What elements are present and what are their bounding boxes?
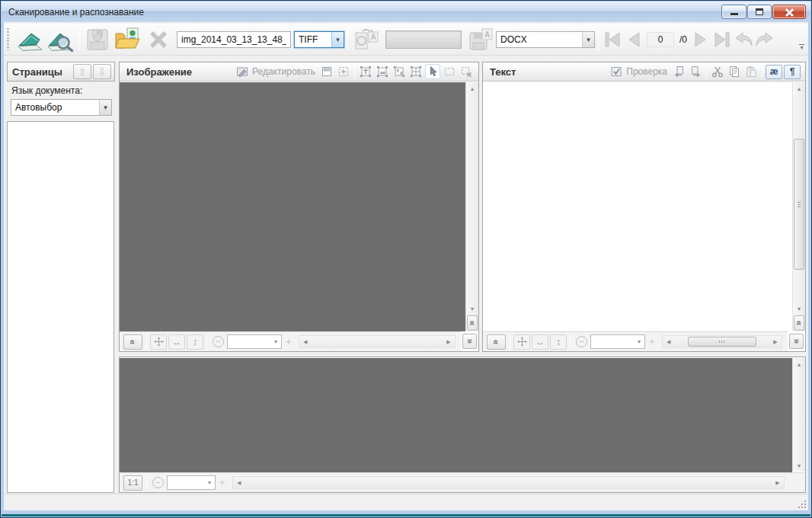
image-vertical-scrollbar[interactable]: ▲ ▼ « [465,82,478,331]
image-format-select[interactable]: TIFF ▾ [294,31,344,48]
image-collapse-button[interactable]: « [123,334,142,350]
scroll-down-button[interactable]: ▼ [466,302,478,315]
scroll-thumb[interactable] [688,337,756,347]
text-format-select[interactable]: DOCX ▾ [496,31,595,48]
check-button-label: Проверка [626,66,667,77]
actual-size-button: 1:1 [123,475,142,491]
save-text-icon: A [467,27,494,53]
delete-region-button [459,64,474,79]
open-image-button[interactable] [113,25,143,54]
preview-button[interactable] [45,25,75,54]
chevron-down-icon[interactable]: ▾ [331,32,344,47]
closeup-vertical-scrollbar[interactable]: ▲ ▼ [792,358,805,472]
scroll-thumb[interactable] [794,139,804,270]
table-region-icon [410,66,422,78]
undo-icon [733,30,754,49]
zoom-out-button: − [152,477,164,488]
image-expand-button[interactable]: « [462,334,477,349]
minimize-button[interactable] [721,5,746,19]
zoom-out-button: − [576,336,587,347]
scroll-left-button[interactable]: ◀ [233,477,245,488]
next-page-button [690,28,711,51]
redo-icon [754,30,775,49]
scan-button[interactable] [14,25,45,54]
chevron-down-icon[interactable]: ▾ [204,479,215,486]
toolbar-overflow-button[interactable]: ▾ [797,42,807,53]
fit-page-icon [154,337,164,347]
scroll-down-button[interactable]: ▼ [793,459,805,472]
maximize-button[interactable] [747,5,772,19]
delete-page-button [143,25,174,54]
scroll-left-button[interactable]: ◀ [299,336,312,347]
closeup-canvas[interactable] [120,358,792,472]
recognition-options-box [385,30,462,49]
actual-size-label: 1:1 [128,478,139,487]
image-canvas[interactable] [120,82,465,331]
save-image-icon [84,27,111,53]
window-controls [721,5,806,19]
last-page-icon [713,31,731,48]
closeup-horizontal-scrollbar[interactable]: ◀ ▶ [232,476,785,489]
scroll-down-button[interactable]: ▼ [793,302,805,315]
scroll-right-button[interactable]: ▶ [772,477,784,488]
formatting-marks-button[interactable]: ¶ [784,65,801,79]
scroll-track[interactable] [675,336,769,347]
save-text-button: A [465,25,496,54]
scroll-right-button[interactable]: ▶ [443,336,455,347]
chevron-down-icon[interactable]: ▾ [582,32,594,47]
scroll-right-button[interactable]: ▶ [769,336,782,347]
text-format-value: DOCX [497,34,582,45]
chevron-down-icon[interactable]: ▾ [270,338,281,345]
scroll-track[interactable] [466,94,478,302]
fit-page-icon [517,337,527,347]
chevron-down-icon[interactable]: ▾ [634,338,644,345]
scroll-track[interactable] [312,336,443,347]
text-panel-header: Текст Проверка [483,62,805,82]
closeup-zoom-select[interactable]: ▾ [167,475,216,490]
special-char-button[interactable]: æ [766,65,782,79]
document-language-label: Язык документа: [11,85,82,96]
text-horizontal-scrollbar[interactable]: ◀ ▶ [662,335,782,348]
image-collapse-corner-button[interactable]: « [467,315,478,331]
text-collapse-button[interactable]: « [487,334,506,350]
text-region-icon [360,66,372,78]
toolbar-separator [706,66,707,78]
chevrons-down-icon: « [465,339,475,344]
zoom-in-button: + [649,336,655,347]
fit-width-icon: ↔ [172,337,181,347]
maximize-icon [756,8,763,15]
scroll-track[interactable] [245,477,772,488]
close-button[interactable] [772,5,806,19]
title-bar[interactable]: Сканирование и распознавание [2,2,810,22]
scroll-track[interactable] [793,370,805,459]
image-horizontal-scrollbar[interactable]: ◀ ▶ [299,335,456,348]
select-tool-button[interactable] [425,64,440,79]
image-zoom-select[interactable]: ▾ [227,334,282,349]
text-expand-button[interactable]: « [789,334,804,349]
chevron-down-icon[interactable]: ▾ [99,100,111,115]
next-page-icon [693,31,708,48]
scroll-up-button[interactable]: ▲ [793,82,805,94]
scroll-up-button[interactable]: ▲ [466,82,478,94]
page-number-field[interactable]: 0 [647,32,674,47]
text-collapse-corner-button[interactable]: « [794,315,804,331]
pages-list[interactable] [7,121,114,493]
chevron-down-icon: ▾ [800,46,803,50]
scroll-grip-icon [798,202,801,207]
fit-height-button: ↕ [550,334,567,350]
text-canvas[interactable] [483,82,792,331]
document-language-select[interactable]: Автовыбор ▾ [11,99,112,116]
first-page-button [602,28,623,51]
text-zoom-select[interactable]: ▾ [590,334,645,349]
text-vertical-scrollbar[interactable]: ▲ ▼ « [792,82,805,331]
scroll-up-button[interactable]: ▲ [793,358,805,370]
image-region-button [375,64,390,79]
scissors-icon [711,66,724,78]
scroll-left-button[interactable]: ◀ [663,336,675,347]
filename-input[interactable] [177,31,291,48]
undo-button [733,28,754,51]
resize-grip[interactable] [797,499,807,509]
scroll-track[interactable] [793,94,805,302]
chevrons-down-icon: « [791,339,802,344]
save-image-button [82,25,113,54]
